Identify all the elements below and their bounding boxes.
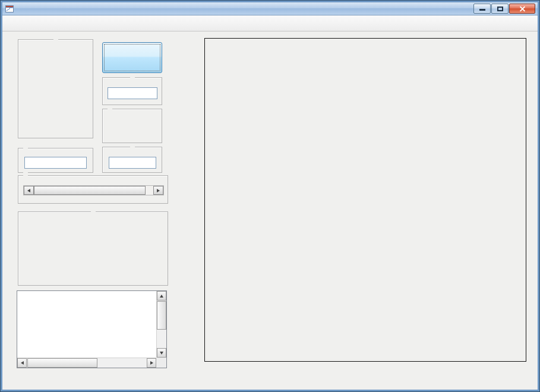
horizontal-scroll-thumb[interactable] xyxy=(27,358,97,368)
close-button[interactable] xyxy=(509,4,535,14)
figure-toolbar xyxy=(2,15,538,31)
delta-value-panel xyxy=(102,77,162,105)
slider-thumb[interactable] xyxy=(34,186,146,195)
collision-angle-slider[interactable] xyxy=(23,185,164,195)
window-controls xyxy=(473,4,535,14)
title-bar[interactable] xyxy=(2,2,538,15)
plot-type-listbox xyxy=(17,290,167,368)
initial-conditions-panel xyxy=(18,211,168,286)
maximize-icon xyxy=(497,7,503,11)
cutoff-title xyxy=(130,143,135,150)
left-arrow-icon xyxy=(21,361,24,365)
app-window xyxy=(0,0,540,392)
atom-types-title xyxy=(53,36,58,43)
scroll-left-button[interactable] xyxy=(17,358,27,368)
plot-type-list xyxy=(17,291,156,358)
scrollbar-corner xyxy=(156,358,166,368)
steps-title xyxy=(23,144,28,151)
right-arrow-icon xyxy=(157,189,160,192)
cutoff-input[interactable] xyxy=(109,157,156,169)
delta-value-title xyxy=(130,74,135,81)
delta-value-input[interactable] xyxy=(108,87,157,99)
listbox-horizontal-scrollbar[interactable] xyxy=(17,358,156,368)
maximize-button[interactable] xyxy=(491,4,509,14)
scroll-right-button[interactable] xyxy=(147,358,156,368)
minimize-icon xyxy=(479,9,485,11)
y-axis-label xyxy=(178,39,188,361)
vertical-scroll-thumb[interactable] xyxy=(157,301,166,330)
down-arrow-icon xyxy=(160,352,163,355)
steps-panel xyxy=(18,148,93,173)
update-button[interactable] xyxy=(102,42,162,73)
contour-plot-canvas[interactable] xyxy=(204,38,526,362)
window-icon xyxy=(5,4,14,14)
close-icon xyxy=(519,5,526,12)
right-arrow-icon xyxy=(150,361,153,365)
initial-conditions-title xyxy=(91,208,96,215)
listbox-vertical-scrollbar[interactable] xyxy=(156,291,166,358)
calculation-type-panel xyxy=(102,109,162,143)
scroll-up-button[interactable] xyxy=(157,291,166,301)
cutoff-panel xyxy=(102,147,162,173)
slider-left-arrow-button[interactable] xyxy=(24,186,34,195)
calculation-type-title xyxy=(108,105,112,112)
scroll-down-button[interactable] xyxy=(157,348,166,358)
atom-types-panel xyxy=(18,39,93,138)
minimize-button[interactable] xyxy=(473,4,491,14)
up-arrow-icon xyxy=(160,295,163,298)
steps-input[interactable] xyxy=(24,157,87,169)
slider-right-arrow-button[interactable] xyxy=(153,186,163,195)
collision-angle-panel xyxy=(18,175,168,204)
left-arrow-icon xyxy=(27,189,30,192)
